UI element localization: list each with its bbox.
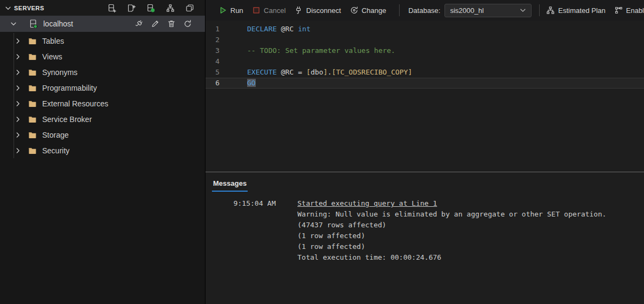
message-row: Warning: Null value is eliminated by an …	[205, 209, 644, 220]
chevron-right-icon[interactable]	[14, 100, 22, 107]
line-number: 4	[205, 56, 220, 67]
line-source: -- TODO: Set parameter values here.	[220, 45, 395, 56]
message-text: (1 row affected)	[297, 241, 365, 252]
server-tree-icon[interactable]	[166, 4, 175, 12]
tree-item-synonyms[interactable]: Synonyms	[0, 64, 205, 80]
code-line-6: 6GO	[205, 78, 644, 89]
line-number: 2	[205, 35, 220, 45]
delete-icon[interactable]	[167, 19, 176, 28]
change-connection-icon	[350, 6, 358, 15]
server-item-localhost[interactable]: localhost	[0, 16, 205, 32]
tree-item-security[interactable]: Security	[0, 143, 205, 158]
chevron-right-icon[interactable]	[14, 131, 22, 139]
plug-icon	[294, 6, 303, 15]
chevron-right-icon[interactable]	[14, 37, 22, 45]
folder-icon	[28, 68, 37, 77]
new-server-group-icon[interactable]	[127, 4, 136, 12]
tree-item-tables[interactable]: Tables	[0, 33, 205, 49]
cancel-icon	[252, 6, 261, 15]
estimated-plan-icon	[546, 6, 555, 15]
servers-header: SERVERS	[0, 0, 205, 16]
line-number: 5	[205, 67, 220, 78]
run-button[interactable]: Run	[218, 6, 243, 15]
line-number: 1	[205, 24, 220, 35]
line-number: 6	[205, 78, 220, 89]
new-connection-icon[interactable]	[108, 4, 116, 12]
message-text: Warning: Null value is eliminated by an …	[297, 209, 606, 220]
message-time	[220, 241, 276, 252]
code-line-3: 3-- TODO: Set parameter values here.	[205, 45, 644, 56]
tree-item-service-broker[interactable]: Service Broker	[0, 111, 205, 127]
message-link[interactable]: Started executing query at Line 1	[297, 198, 437, 209]
change-connection-button[interactable]: Change	[350, 6, 387, 15]
chevron-right-icon[interactable]	[14, 53, 22, 60]
sidebar-title: SERVERS	[14, 5, 44, 11]
object-explorer-tree: TablesViewsSynonymsProgrammabilityExtern…	[0, 32, 205, 158]
message-row: (47437 rows affected)	[205, 220, 644, 231]
code-line-2: 2	[205, 35, 644, 45]
server-name: localhost	[43, 19, 73, 28]
chevron-right-icon[interactable]	[14, 84, 22, 92]
message-text: (47437 rows affected)	[297, 220, 386, 231]
refresh-icon[interactable]	[183, 19, 192, 28]
database-dropdown[interactable]: sis2000_hl	[444, 4, 532, 17]
chevron-right-icon[interactable]	[14, 69, 22, 76]
panel-tab-bar: Messages	[205, 172, 644, 192]
tree-item-storage[interactable]: Storage	[0, 127, 205, 143]
line-source	[220, 35, 247, 45]
folder-icon	[28, 37, 37, 45]
message-row: Total execution time: 00:00:24.676	[205, 252, 644, 263]
tree-item-label: Storage	[42, 131, 69, 139]
disconnect-icon[interactable]	[135, 19, 143, 28]
cancel-button[interactable]: Cancel	[252, 6, 286, 15]
disconnect-button[interactable]: Disconnect	[294, 6, 341, 15]
tab-messages[interactable]: Messages	[212, 179, 248, 192]
message-row: (1 row affected)	[205, 231, 644, 241]
edit-icon[interactable]	[151, 19, 160, 28]
folder-icon	[28, 115, 37, 124]
tree-item-external-resources[interactable]: External Resources	[0, 96, 205, 111]
servers-sidebar: SERVERS	[0, 0, 205, 304]
folder-icon	[28, 131, 37, 139]
tree-item-label: Synonyms	[42, 68, 77, 77]
toolbar-separator	[399, 4, 400, 16]
message-time	[220, 220, 276, 231]
folder-icon	[28, 146, 37, 155]
tree-item-label: External Resources	[42, 99, 108, 108]
toolbar-separator	[539, 4, 540, 16]
line-source: DECLARE @RC int	[220, 24, 310, 35]
tree-item-views[interactable]: Views	[0, 49, 205, 64]
query-editor-area: Run Cancel Disconnect Change	[205, 0, 644, 304]
folder-icon	[28, 84, 37, 92]
message-text: (1 row affected)	[297, 231, 365, 241]
chevron-down-icon[interactable]	[4, 4, 12, 12]
message-row: 9:15:04 AMStarted executing query at Lin…	[205, 198, 644, 209]
run-icon	[218, 6, 227, 15]
results-panel: Messages 9:15:04 AMStarted executing que…	[205, 172, 644, 304]
message-time	[220, 252, 276, 263]
tree-item-label: Service Broker	[42, 115, 92, 124]
sql-editor[interactable]: 1DECLARE @RC int23-- TODO: Set parameter…	[205, 21, 644, 172]
database-label: Database:	[408, 6, 440, 15]
query-toolbar: Run Cancel Disconnect Change	[205, 0, 644, 21]
code-line-4: 4	[205, 56, 644, 67]
database-value: sis2000_hl	[450, 6, 483, 15]
messages-list: 9:15:04 AMStarted executing query at Lin…	[205, 192, 644, 263]
duplicate-icon[interactable]	[185, 4, 194, 12]
chevron-down-icon[interactable]	[10, 20, 17, 28]
enable-plan-icon	[614, 6, 623, 15]
code-line-5: 5EXECUTE @RC = [dbo].[TC_ODSRECIBO_COPY]	[205, 67, 644, 78]
code-line-1: 1DECLARE @RC int	[205, 24, 644, 35]
chevron-right-icon[interactable]	[14, 147, 22, 154]
message-time	[220, 231, 276, 241]
line-number: 3	[205, 45, 220, 56]
server-icon	[29, 19, 38, 28]
line-source: GO	[220, 78, 256, 89]
tree-item-label: Views	[42, 52, 62, 61]
tree-item-programmability[interactable]: Programmability	[0, 80, 205, 96]
enable-button[interactable]: Enabl	[614, 6, 644, 15]
estimated-plan-button[interactable]: Estimated Plan	[546, 6, 605, 15]
app-window: SERVERS	[0, 0, 644, 304]
chevron-right-icon[interactable]	[14, 116, 22, 123]
active-connections-icon[interactable]	[147, 4, 155, 12]
